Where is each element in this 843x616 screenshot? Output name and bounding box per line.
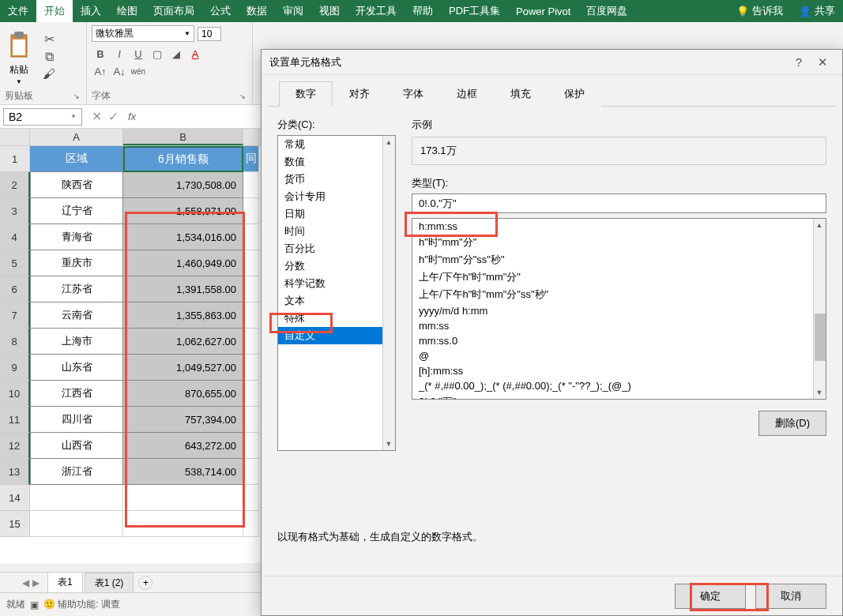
row-header-5[interactable]: 5 (0, 250, 30, 276)
cell-C1[interactable]: 同 (243, 146, 259, 172)
cell-A1[interactable]: 区域 (30, 146, 123, 172)
category-item-0[interactable]: 常规 (278, 136, 395, 153)
menu-baidu[interactable]: 百度网盘 (578, 0, 635, 22)
scroll-thumb[interactable] (815, 314, 826, 361)
cell-B10[interactable]: 870,655.00 (123, 381, 243, 407)
category-scrollbar[interactable]: ▲ ▼ (382, 136, 395, 450)
type-item-0[interactable]: h:mm:ss (412, 219, 826, 234)
type-item-9[interactable]: [h]:mm:ss (412, 363, 826, 378)
row-header-8[interactable]: 8 (0, 329, 30, 355)
category-item-9[interactable]: 文本 (278, 292, 395, 310)
category-item-2[interactable]: 货币 (278, 171, 395, 188)
cancel-formula-icon[interactable]: ✕ (92, 109, 102, 124)
share-button[interactable]: 👤 共享 (791, 0, 843, 22)
cell-C4[interactable] (243, 224, 259, 250)
prev-sheet-icon[interactable]: ◀ (22, 577, 29, 588)
category-item-11[interactable]: 自定义 (278, 327, 395, 344)
category-item-10[interactable]: 特殊 (278, 310, 395, 327)
menu-pdf[interactable]: PDF工具集 (441, 0, 508, 22)
row-header-10[interactable]: 10 (0, 381, 30, 407)
dialog-tab-number[interactable]: 数字 (279, 81, 333, 107)
sheet-tab-2[interactable]: 表1 (2) (85, 573, 134, 593)
scroll-up-icon[interactable]: ▲ (814, 219, 825, 231)
menu-view[interactable]: 视图 (311, 0, 348, 22)
sheet-tab-1[interactable]: 表1 (47, 572, 83, 594)
row-header-3[interactable]: 3 (0, 198, 30, 224)
format-painter[interactable]: 🖌 (41, 67, 57, 81)
row-header-7[interactable]: 7 (0, 302, 30, 329)
type-item-7[interactable]: mm:ss.0 (412, 333, 826, 348)
cell-C13[interactable] (243, 459, 259, 485)
cell-A3[interactable]: 辽宁省 (30, 198, 123, 224)
accessibility-status[interactable]: 🙂 辅助功能: 调查 (43, 598, 120, 611)
cell-B12[interactable]: 643,272.00 (123, 433, 243, 459)
row-header-1[interactable]: 1 (0, 146, 30, 172)
cell-A12[interactable]: 山西省 (30, 433, 123, 459)
cell-B13[interactable]: 538,714.00 (123, 459, 243, 485)
cell-C3[interactable] (243, 198, 259, 224)
cell-C10[interactable] (243, 381, 259, 407)
tell-me[interactable]: 💡告诉我 (728, 0, 791, 22)
category-item-5[interactable]: 时间 (278, 223, 395, 240)
font-size-combo[interactable]: 10 (198, 27, 221, 41)
row-header-6[interactable]: 6 (0, 276, 30, 302)
cell-A4[interactable]: 青海省 (30, 224, 123, 250)
cell-B9[interactable]: 1,049,527.00 (123, 355, 243, 381)
select-all-corner[interactable] (0, 129, 30, 145)
category-item-3[interactable]: 会计专用 (278, 188, 395, 205)
category-list[interactable]: 常规数值货币会计专用日期时间百分比分数科学记数文本特殊自定义 ▲ ▼ (277, 135, 396, 451)
cell-C11[interactable] (243, 407, 259, 433)
cell-A10[interactable]: 江西省 (30, 381, 123, 407)
bold-button[interactable]: B (92, 45, 109, 62)
dialog-help-button[interactable]: ? (787, 55, 811, 69)
dialog-tab-protect[interactable]: 保护 (548, 81, 601, 107)
cell-B1[interactable]: 6月销售额 (123, 146, 243, 172)
type-item-3[interactable]: 上午/下午h"时"mm"分" (412, 269, 826, 286)
cell-A7[interactable]: 云南省 (30, 302, 123, 329)
menu-review[interactable]: 审阅 (275, 0, 311, 22)
cell-A8[interactable]: 上海市 (30, 329, 123, 355)
cell-C5[interactable] (243, 250, 259, 276)
cell-A9[interactable]: 山东省 (30, 355, 123, 381)
dialog-tab-fill[interactable]: 填充 (494, 81, 548, 107)
cell-B6[interactable]: 1,391,558.00 (123, 276, 243, 302)
cell-C6[interactable] (243, 276, 259, 302)
cell-C7[interactable] (243, 302, 259, 329)
scroll-up-icon[interactable]: ▲ (383, 136, 394, 148)
fx-icon[interactable]: fx (125, 111, 139, 122)
menu-data[interactable]: 数据 (239, 0, 275, 22)
cell-C14[interactable] (243, 485, 259, 511)
cell-A6[interactable]: 江苏省 (30, 276, 123, 302)
cell-B14[interactable] (123, 485, 243, 511)
type-item-2[interactable]: h"时"mm"分"ss"秒" (412, 251, 826, 269)
cell-A11[interactable]: 四川省 (30, 407, 123, 433)
add-sheet-button[interactable]: + (138, 576, 152, 590)
cell-B2[interactable]: 1,730,508.00 (123, 172, 243, 198)
record-macro-icon[interactable]: ▣ (30, 599, 39, 610)
menu-draw[interactable]: 绘图 (109, 0, 145, 22)
cell-B8[interactable]: 1,062,627.00 (123, 329, 243, 355)
cancel-button[interactable]: 取消 (755, 584, 826, 609)
cell-C15[interactable] (243, 511, 259, 537)
category-item-6[interactable]: 百分比 (278, 240, 395, 257)
border-button[interactable]: ▢ (149, 45, 166, 62)
type-item-10[interactable]: _(* #,##0.00_);_(* (#,##0.00);_(* "-"??_… (412, 378, 826, 393)
dialog-tab-border[interactable]: 边框 (440, 81, 494, 107)
type-input[interactable] (412, 193, 826, 213)
accept-formula-icon[interactable]: ✓ (108, 109, 119, 124)
cell-C2[interactable] (243, 172, 259, 198)
cell-C8[interactable] (243, 329, 259, 355)
italic-button[interactable]: I (111, 45, 128, 62)
type-scrollbar[interactable]: ▲ ▼ (813, 219, 826, 399)
row-header-2[interactable]: 2 (0, 172, 30, 198)
scroll-down-icon[interactable]: ▼ (383, 438, 394, 450)
cell-A2[interactable]: 陕西省 (30, 172, 123, 198)
cell-B15[interactable] (123, 511, 243, 537)
menu-help[interactable]: 帮助 (405, 0, 441, 22)
ok-button[interactable]: 确定 (675, 584, 746, 609)
row-header-11[interactable]: 11 (0, 407, 30, 433)
row-header-15[interactable]: 15 (0, 511, 30, 537)
category-item-8[interactable]: 科学记数 (278, 275, 395, 292)
font-color-button[interactable]: A (186, 45, 204, 62)
menu-home[interactable]: 开始 (36, 0, 73, 22)
